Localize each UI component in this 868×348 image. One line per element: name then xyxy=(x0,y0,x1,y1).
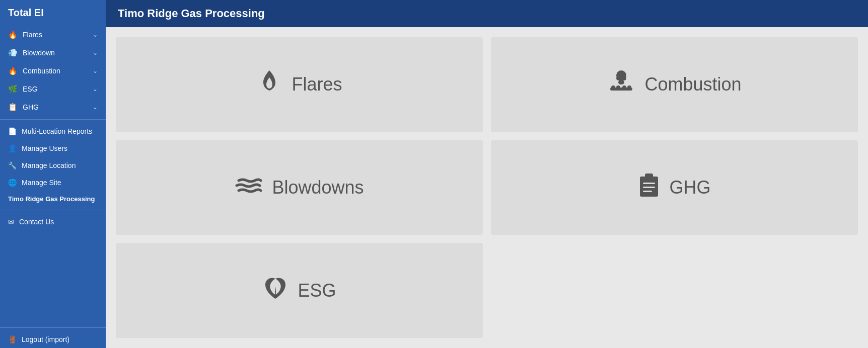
user-icon: 👤 xyxy=(8,144,17,152)
sidebar-item-label-ghg: GHG xyxy=(23,103,39,111)
chevron-down-icon: ⌄ xyxy=(93,104,98,111)
sidebar-item-label-manage-users: Manage Users xyxy=(22,144,67,152)
esg-card-label: ESG xyxy=(298,280,336,301)
ghg-card-icon xyxy=(638,171,660,204)
dashboard-grid: Flares Combustion xyxy=(106,27,868,348)
sidebar-item-label-esg: ESG xyxy=(23,85,38,93)
sidebar-item-combustion[interactable]: 🔥 Combustion ⌄ xyxy=(0,62,106,80)
sidebar-item-multi-location-reports[interactable]: 📄 Multi-Location Reports xyxy=(0,123,106,140)
sidebar-item-label-manage-location: Manage Location xyxy=(22,161,76,169)
wind-icon: 💨 xyxy=(8,48,18,57)
sidebar-bottom: 🚪 Logout (import) xyxy=(0,324,106,348)
sidebar-item-label-manage-site: Manage Site xyxy=(22,179,61,187)
esg-card-icon xyxy=(262,275,288,307)
svg-point-3 xyxy=(616,85,620,90)
sidebar-item-contact-us[interactable]: ✉ Contact Us xyxy=(0,213,106,230)
ghg-icon: 📋 xyxy=(8,103,18,112)
sidebar-item-esg[interactable]: 🌿 ESG ⌄ xyxy=(0,80,106,98)
flares-card-icon xyxy=(256,68,282,101)
chevron-down-icon: ⌄ xyxy=(93,31,98,38)
flame-icon: 🔥 xyxy=(8,30,18,39)
svg-rect-9 xyxy=(643,187,655,188)
sidebar-divider-2 xyxy=(0,210,106,210)
sidebar-item-label-logout: Logout (import) xyxy=(22,335,69,343)
flares-card-label: Flares xyxy=(292,74,342,95)
location-label: Timo Ridge Gas Processing xyxy=(0,191,106,207)
sidebar-item-manage-site[interactable]: 🌐 Manage Site xyxy=(0,174,106,191)
page-header: Timo Ridge Gas Processing xyxy=(106,0,868,27)
sidebar-divider xyxy=(0,119,106,120)
globe-icon: 🌐 xyxy=(8,179,17,187)
sidebar-item-ghg[interactable]: 📋 GHG ⌄ xyxy=(0,98,106,116)
blowdowns-card-icon xyxy=(235,171,263,204)
sidebar-item-label-blowdown: Blowdown xyxy=(23,49,55,57)
svg-point-2 xyxy=(611,85,615,90)
combustion-card-label: Combustion xyxy=(644,74,741,95)
sidebar-item-blowdown[interactable]: 💨 Blowdown ⌄ xyxy=(0,44,106,62)
card-combustion[interactable]: Combustion xyxy=(491,37,858,132)
svg-rect-10 xyxy=(643,191,652,192)
sidebar-item-label-contact-us: Contact Us xyxy=(19,218,54,226)
sidebar-item-manage-users[interactable]: 👤 Manage Users xyxy=(0,140,106,157)
esg-icon: 🌿 xyxy=(8,84,18,94)
mail-icon: ✉ xyxy=(8,218,14,226)
logout-icon: 🚪 xyxy=(8,335,17,343)
main-content: Timo Ridge Gas Processing Flares xyxy=(106,0,868,348)
sidebar-item-label-multi-location: Multi-Location Reports xyxy=(22,127,92,135)
card-blowdowns[interactable]: Blowdowns xyxy=(116,140,483,235)
ghg-card-label: GHG xyxy=(669,177,710,198)
svg-rect-8 xyxy=(643,183,655,184)
chevron-down-icon: ⌄ xyxy=(93,85,98,93)
combustion-icon: 🔥 xyxy=(8,66,18,75)
sidebar-divider-3 xyxy=(0,327,106,328)
sidebar: Total EI 🔥 Flares ⌄ 💨 Blowdown ⌄ 🔥 Combu… xyxy=(0,0,106,348)
page-title: Timo Ridge Gas Processing xyxy=(118,7,265,20)
wrench-icon: 🔧 xyxy=(8,161,17,169)
chevron-down-icon: ⌄ xyxy=(93,67,98,74)
card-flares[interactable]: Flares xyxy=(116,37,483,132)
sidebar-item-flares[interactable]: 🔥 Flares ⌄ xyxy=(0,26,106,44)
card-esg[interactable]: ESG xyxy=(116,243,483,338)
svg-rect-7 xyxy=(645,173,653,180)
svg-point-5 xyxy=(627,85,631,90)
card-ghg[interactable]: GHG xyxy=(491,140,858,235)
combustion-card-icon xyxy=(607,68,635,101)
sidebar-item-manage-location[interactable]: 🔧 Manage Location xyxy=(0,157,106,174)
sidebar-title: Total EI xyxy=(0,0,106,26)
sidebar-item-label-combustion: Combustion xyxy=(23,67,60,75)
sidebar-item-label-flares: Flares xyxy=(23,31,42,39)
chevron-down-icon: ⌄ xyxy=(93,49,98,56)
blowdowns-card-label: Blowdowns xyxy=(272,177,364,198)
reports-icon: 📄 xyxy=(8,127,17,135)
svg-point-4 xyxy=(622,85,626,90)
sidebar-item-logout[interactable]: 🚪 Logout (import) xyxy=(0,331,106,348)
